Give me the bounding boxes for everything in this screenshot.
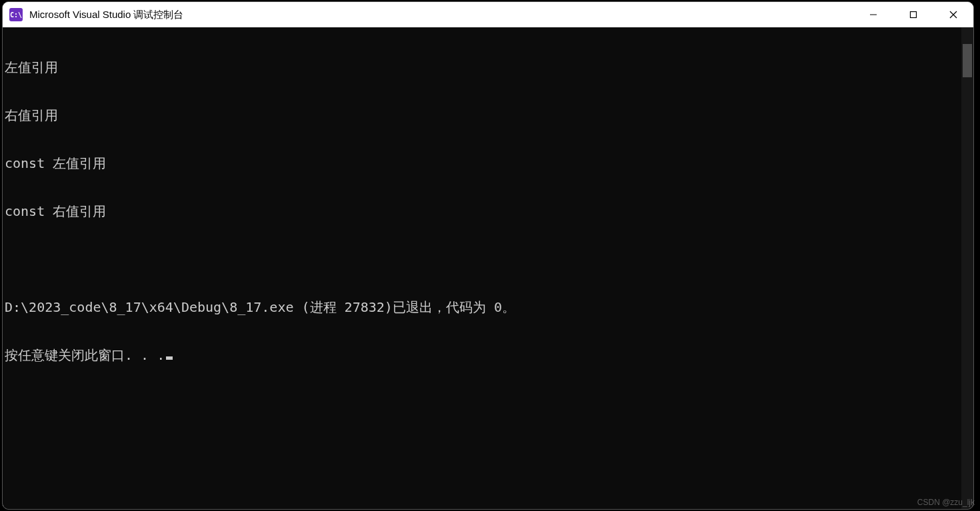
prompt-line: 按任意键关闭此窗口. . . xyxy=(5,347,959,363)
minimize-button[interactable] xyxy=(853,2,893,27)
maximize-button[interactable] xyxy=(893,2,933,27)
titlebar[interactable]: C:\ Microsoft Visual Studio 调试控制台 xyxy=(3,2,973,27)
prompt-text: 按任意键关闭此窗口. . . xyxy=(5,347,165,363)
output-line: D:\2023_code\8_17\x64\Debug\8_17.exe (进程… xyxy=(5,299,959,315)
maximize-icon xyxy=(909,11,917,19)
window-title: Microsoft Visual Studio 调试控制台 xyxy=(29,9,853,21)
scrollbar-track[interactable] xyxy=(961,27,973,509)
minimize-icon xyxy=(869,11,877,19)
app-icon: C:\ xyxy=(9,8,23,21)
window-controls xyxy=(853,2,973,27)
svg-rect-1 xyxy=(911,12,917,18)
cursor xyxy=(166,356,173,360)
output-line xyxy=(5,251,959,267)
console-output[interactable]: 左值引用 右值引用 const 左值引用 const 右值引用 D:\2023_… xyxy=(3,27,961,509)
console-wrap: 左值引用 右值引用 const 左值引用 const 右值引用 D:\2023_… xyxy=(3,27,973,509)
close-button[interactable] xyxy=(933,2,973,27)
console-window: C:\ Microsoft Visual Studio 调试控制台 左值引用 右… xyxy=(2,1,974,510)
watermark: CSDN @zzu_ljk xyxy=(917,498,975,507)
close-icon xyxy=(949,11,957,19)
output-line: const 右值引用 xyxy=(5,203,959,219)
scrollbar-thumb[interactable] xyxy=(963,44,972,77)
output-line: const 左值引用 xyxy=(5,155,959,171)
output-line: 右值引用 xyxy=(5,107,959,123)
output-line: 左值引用 xyxy=(5,59,959,75)
